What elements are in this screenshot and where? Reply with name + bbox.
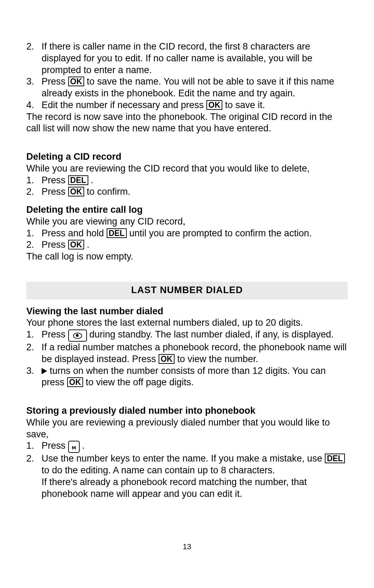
- list-text: .: [82, 440, 85, 451]
- paragraph: Your phone stores the last external numb…: [26, 317, 348, 329]
- list-marker: 4.: [26, 99, 34, 111]
- delete-log-steps: 1. Press and hold DEL until you are prom…: [26, 228, 348, 251]
- list-text: Press: [42, 76, 68, 87]
- list-text: .: [91, 175, 93, 185]
- paragraph: The call log is now empty.: [26, 251, 348, 263]
- ok-key-icon: OK: [68, 240, 84, 249]
- ok-key-icon: OK: [206, 100, 223, 110]
- paragraph: While you are reviewing the CID record t…: [26, 163, 348, 175]
- manual-page: 2. If there is caller name in the CID re…: [0, 0, 374, 588]
- list-text: to save it.: [225, 100, 265, 110]
- list-item: 2. Press OK .: [26, 239, 348, 251]
- eye-icon: [73, 333, 82, 339]
- list-marker: 1.: [26, 440, 34, 452]
- list-marker: 2.: [26, 239, 34, 251]
- list-text: Use the number keys to enter the name. I…: [42, 453, 325, 464]
- list-text: to view the off page digits.: [86, 377, 194, 387]
- list-text: Edit the number if necessary and press: [42, 100, 206, 110]
- ok-key-icon: OK: [68, 77, 84, 86]
- store-number-steps: 1. Press ᴍ . 2. Use the number keys to e…: [26, 440, 348, 500]
- list-item: 2. Press OK to confirm.: [26, 186, 348, 198]
- list-text: to save the name. You will not be able t…: [42, 76, 334, 98]
- list-text: .: [87, 239, 90, 250]
- list-text: to do the editing. A name can contain up…: [42, 465, 275, 475]
- ok-key-icon: OK: [67, 377, 83, 387]
- list-item: 3. Press OK to save the name. You will n…: [26, 76, 348, 99]
- list-text: to view the number.: [177, 354, 258, 364]
- book-icon: ᴍ: [72, 445, 76, 450]
- list-text: until you are prompted to confirm the ac…: [129, 228, 312, 238]
- play-arrow-icon: [42, 368, 47, 374]
- list-text: Press: [42, 239, 68, 250]
- list-marker: 1.: [26, 175, 34, 186]
- list-item: 4. Edit the number if necessary and pres…: [26, 99, 348, 111]
- list-marker: 2.: [26, 41, 34, 53]
- subheading-view-last: Viewing the last number dialed: [26, 306, 348, 317]
- phonebook-key-icon: ᴍ: [68, 441, 80, 453]
- cid-save-steps: 2. If there is caller name in the CID re…: [26, 41, 348, 111]
- del-key-icon: DEL: [325, 454, 345, 463]
- section-header-last-number-dialed: LAST NUMBER DIALED: [26, 282, 348, 299]
- paragraph: The record is now save into the phoneboo…: [26, 111, 348, 135]
- list-marker: 3.: [26, 365, 34, 377]
- list-text: Press: [42, 440, 68, 451]
- del-key-icon: DEL: [107, 228, 127, 238]
- list-item: 1. Press DEL .: [26, 175, 348, 186]
- list-item: 2. If a redial number matches a phoneboo…: [26, 342, 348, 365]
- list-text: Press: [42, 186, 68, 197]
- list-text: If there's already a phonebook record ma…: [42, 477, 307, 499]
- list-text: to confirm.: [87, 186, 131, 197]
- page-number: 13: [0, 542, 374, 551]
- list-marker: 3.: [26, 76, 34, 88]
- list-item: 1. Press ᴍ .: [26, 440, 348, 453]
- list-marker: 2.: [26, 453, 34, 465]
- delete-cid-steps: 1. Press DEL . 2. Press OK to confirm.: [26, 175, 348, 198]
- view-last-steps: 1. Press during standby. The last number…: [26, 329, 348, 388]
- redial-key-icon: [68, 330, 87, 342]
- paragraph: While you are reviewing a previously dia…: [26, 417, 348, 440]
- del-key-icon: DEL: [68, 175, 88, 185]
- list-item: 3. turns on when the number consists of …: [26, 365, 348, 389]
- list-item: 1. Press and hold DEL until you are prom…: [26, 228, 348, 239]
- paragraph: While you are viewing any CID record,: [26, 216, 348, 228]
- list-marker: 1.: [26, 228, 34, 239]
- subheading-deleting-log: Deleting the entire call log: [26, 204, 348, 216]
- subheading-store-number: Storing a previously dialed number into …: [26, 405, 348, 417]
- subheading-deleting-cid: Deleting a CID record: [26, 151, 348, 163]
- list-item: 2. If there is caller name in the CID re…: [26, 41, 348, 76]
- list-marker: 1.: [26, 329, 34, 341]
- list-text: If there is caller name in the CID recor…: [42, 41, 312, 75]
- page-content: 2. If there is caller name in the CID re…: [26, 41, 348, 500]
- ok-key-icon: OK: [159, 354, 175, 364]
- list-text: Press and hold: [42, 228, 107, 238]
- ok-key-icon: OK: [68, 187, 84, 196]
- list-item: 2. Use the number keys to enter the name…: [26, 453, 348, 500]
- list-text: Press: [42, 175, 68, 185]
- list-item: 1. Press during standby. The last number…: [26, 329, 348, 342]
- list-marker: 2.: [26, 186, 34, 198]
- list-text: Press: [42, 329, 68, 340]
- list-marker: 2.: [26, 342, 34, 353]
- list-text: during standby. The last number dialed, …: [89, 329, 333, 340]
